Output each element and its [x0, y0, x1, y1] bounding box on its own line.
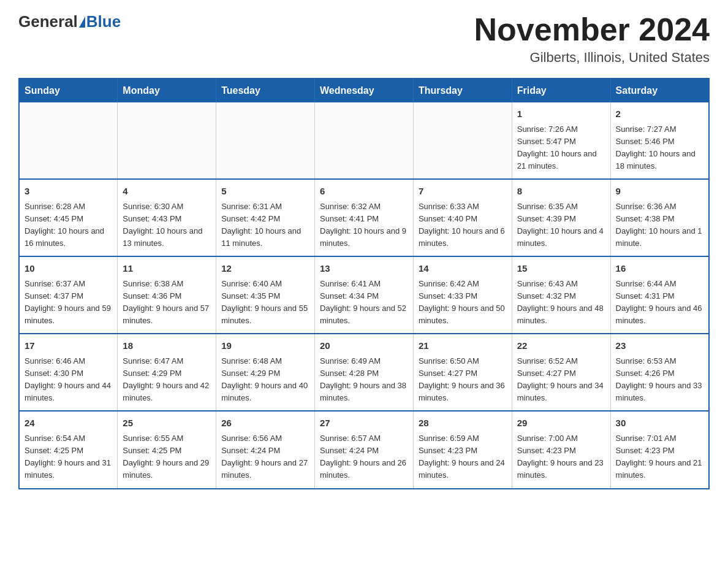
day-info: Sunrise: 6:47 AMSunset: 4:29 PMDaylight:… [123, 355, 211, 405]
day-info: Sunrise: 6:43 AMSunset: 4:32 PMDaylight:… [517, 278, 605, 327]
week-row-3: 10Sunrise: 6:37 AMSunset: 4:37 PMDayligh… [19, 256, 709, 334]
week-row-4: 17Sunrise: 6:46 AMSunset: 4:30 PMDayligh… [19, 334, 709, 411]
day-cell [413, 102, 512, 179]
day-cell: 4Sunrise: 6:30 AMSunset: 4:43 PMDaylight… [118, 179, 216, 256]
week-row-1: 1Sunrise: 7:26 AMSunset: 5:47 PMDaylight… [19, 102, 709, 179]
day-cell: 12Sunrise: 6:40 AMSunset: 4:35 PMDayligh… [216, 256, 315, 334]
day-cell: 2Sunrise: 7:27 AMSunset: 5:46 PMDaylight… [610, 102, 709, 179]
day-number: 7 [419, 185, 507, 199]
day-cell: 22Sunrise: 6:52 AMSunset: 4:27 PMDayligh… [512, 334, 610, 411]
day-info: Sunrise: 6:30 AMSunset: 4:43 PMDaylight:… [123, 201, 211, 250]
day-cell: 23Sunrise: 6:53 AMSunset: 4:26 PMDayligh… [610, 334, 709, 411]
header-tuesday: Tuesday [216, 79, 315, 102]
day-cell [216, 102, 315, 179]
day-cell: 25Sunrise: 6:55 AMSunset: 4:25 PMDayligh… [118, 411, 216, 488]
day-number: 12 [221, 262, 309, 276]
day-info: Sunrise: 6:42 AMSunset: 4:33 PMDaylight:… [419, 278, 507, 327]
logo: General Blue [18, 12, 121, 31]
header: General Blue November 2024 Gilberts, Ill… [18, 12, 710, 66]
day-number: 24 [25, 416, 112, 431]
day-number: 30 [616, 416, 703, 431]
day-cell: 24Sunrise: 6:54 AMSunset: 4:25 PMDayligh… [19, 411, 118, 488]
day-info: Sunrise: 6:56 AMSunset: 4:24 PMDaylight:… [221, 432, 309, 482]
day-info: Sunrise: 6:52 AMSunset: 4:27 PMDaylight:… [517, 355, 605, 405]
header-friday: Friday [512, 79, 610, 102]
day-info: Sunrise: 6:48 AMSunset: 4:29 PMDaylight:… [221, 355, 309, 405]
day-number: 17 [25, 339, 112, 353]
title-area: November 2024 Gilberts, Illinois, United… [474, 12, 710, 66]
day-cell: 15Sunrise: 6:43 AMSunset: 4:32 PMDayligh… [512, 256, 610, 334]
header-thursday: Thursday [413, 79, 512, 102]
day-number: 2 [616, 107, 703, 121]
day-cell: 30Sunrise: 7:01 AMSunset: 4:23 PMDayligh… [610, 411, 709, 488]
day-number: 27 [320, 416, 408, 431]
day-info: Sunrise: 6:32 AMSunset: 4:41 PMDaylight:… [320, 201, 408, 250]
day-number: 20 [320, 339, 408, 353]
day-cell: 6Sunrise: 6:32 AMSunset: 4:41 PMDaylight… [315, 179, 414, 256]
month-year-title: November 2024 [474, 12, 710, 47]
day-number: 3 [25, 185, 112, 199]
day-cell: 9Sunrise: 6:36 AMSunset: 4:38 PMDaylight… [610, 179, 709, 256]
day-cell [118, 102, 216, 179]
day-cell: 11Sunrise: 6:38 AMSunset: 4:36 PMDayligh… [118, 256, 216, 334]
day-number: 8 [517, 185, 605, 199]
day-info: Sunrise: 6:46 AMSunset: 4:30 PMDaylight:… [25, 355, 112, 405]
day-cell: 16Sunrise: 6:44 AMSunset: 4:31 PMDayligh… [610, 256, 709, 334]
day-info: Sunrise: 6:49 AMSunset: 4:28 PMDaylight:… [320, 355, 408, 405]
day-cell: 28Sunrise: 6:59 AMSunset: 4:23 PMDayligh… [413, 411, 512, 488]
header-monday: Monday [118, 79, 216, 102]
day-number: 14 [419, 262, 507, 276]
day-cell: 29Sunrise: 7:00 AMSunset: 4:23 PMDayligh… [512, 411, 610, 488]
location-subtitle: Gilberts, Illinois, United States [474, 50, 710, 66]
day-cell [19, 102, 118, 179]
day-number: 10 [25, 262, 112, 276]
day-info: Sunrise: 6:50 AMSunset: 4:27 PMDaylight:… [419, 355, 507, 405]
day-cell: 26Sunrise: 6:56 AMSunset: 4:24 PMDayligh… [216, 411, 315, 488]
day-number: 15 [517, 262, 605, 276]
day-info: Sunrise: 6:53 AMSunset: 4:26 PMDaylight:… [616, 355, 703, 405]
day-info: Sunrise: 6:55 AMSunset: 4:25 PMDaylight:… [123, 432, 211, 482]
logo-triangle-icon [79, 17, 85, 28]
day-number: 29 [517, 416, 605, 431]
header-saturday: Saturday [610, 79, 709, 102]
day-number: 6 [320, 185, 408, 199]
day-cell: 7Sunrise: 6:33 AMSunset: 4:40 PMDaylight… [413, 179, 512, 256]
day-number: 5 [221, 185, 309, 199]
logo-general-text: General [18, 12, 78, 31]
day-info: Sunrise: 6:44 AMSunset: 4:31 PMDaylight:… [616, 278, 703, 327]
day-cell: 17Sunrise: 6:46 AMSunset: 4:30 PMDayligh… [19, 334, 118, 411]
day-info: Sunrise: 6:40 AMSunset: 4:35 PMDaylight:… [221, 278, 309, 327]
day-number: 28 [419, 416, 507, 431]
day-number: 4 [123, 185, 211, 199]
day-number: 13 [320, 262, 408, 276]
day-number: 22 [517, 339, 605, 353]
day-number: 1 [517, 107, 605, 121]
day-number: 9 [616, 185, 703, 199]
header-sunday: Sunday [19, 79, 118, 102]
day-info: Sunrise: 6:33 AMSunset: 4:40 PMDaylight:… [419, 201, 507, 250]
day-info: Sunrise: 6:37 AMSunset: 4:37 PMDaylight:… [25, 278, 112, 327]
day-cell: 5Sunrise: 6:31 AMSunset: 4:42 PMDaylight… [216, 179, 315, 256]
day-info: Sunrise: 7:00 AMSunset: 4:23 PMDaylight:… [517, 432, 605, 482]
day-info: Sunrise: 6:31 AMSunset: 4:42 PMDaylight:… [221, 201, 309, 250]
day-cell [315, 102, 414, 179]
day-cell: 3Sunrise: 6:28 AMSunset: 4:45 PMDaylight… [19, 179, 118, 256]
day-info: Sunrise: 6:57 AMSunset: 4:24 PMDaylight:… [320, 432, 408, 482]
day-info: Sunrise: 6:35 AMSunset: 4:39 PMDaylight:… [517, 201, 605, 250]
week-row-2: 3Sunrise: 6:28 AMSunset: 4:45 PMDaylight… [19, 179, 709, 256]
day-info: Sunrise: 6:54 AMSunset: 4:25 PMDaylight:… [25, 432, 112, 482]
day-number: 21 [419, 339, 507, 353]
day-info: Sunrise: 6:28 AMSunset: 4:45 PMDaylight:… [25, 201, 112, 250]
day-cell: 14Sunrise: 6:42 AMSunset: 4:33 PMDayligh… [413, 256, 512, 334]
day-cell: 10Sunrise: 6:37 AMSunset: 4:37 PMDayligh… [19, 256, 118, 334]
header-wednesday: Wednesday [315, 79, 414, 102]
day-info: Sunrise: 7:26 AMSunset: 5:47 PMDaylight:… [517, 123, 605, 173]
day-info: Sunrise: 6:41 AMSunset: 4:34 PMDaylight:… [320, 278, 408, 327]
day-info: Sunrise: 6:38 AMSunset: 4:36 PMDaylight:… [123, 278, 211, 327]
day-number: 16 [616, 262, 703, 276]
day-number: 25 [123, 416, 211, 431]
day-cell: 13Sunrise: 6:41 AMSunset: 4:34 PMDayligh… [315, 256, 414, 334]
day-cell: 1Sunrise: 7:26 AMSunset: 5:47 PMDaylight… [512, 102, 610, 179]
day-cell: 20Sunrise: 6:49 AMSunset: 4:28 PMDayligh… [315, 334, 414, 411]
logo-blue-text: Blue [86, 12, 121, 31]
